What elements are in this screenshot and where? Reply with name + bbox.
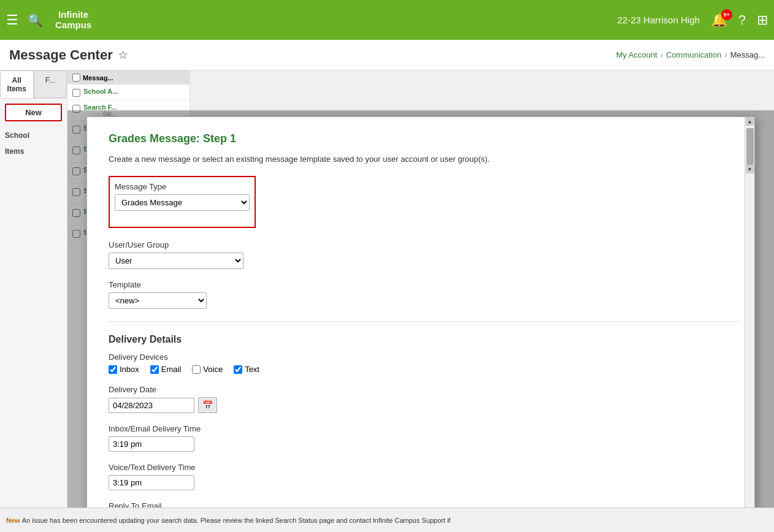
notification-badge: 9+ (721, 9, 732, 20)
modal-content: Grades Message: Step 1 Create a new mess… (87, 117, 754, 528)
template-label: Template (109, 280, 739, 289)
voice-text-time-input[interactable] (109, 475, 194, 490)
scroll-up-button[interactable]: ▲ (746, 117, 754, 126)
scroll-down-button[interactable]: ▼ (746, 165, 754, 173)
device-text-label: Text (245, 365, 259, 374)
message-list-title: Messag... (83, 74, 113, 82)
delivery-date-row: 📅 (109, 397, 739, 413)
apps-grid-icon[interactable]: ⊞ (757, 12, 768, 28)
device-email-item[interactable]: Email (150, 365, 182, 374)
delivery-devices-checkboxes: Inbox Email Voice (109, 365, 739, 374)
delivery-date-label: Delivery Date (109, 385, 739, 394)
delivery-date-input[interactable] (109, 398, 194, 413)
breadcrumb-sep-2: › (724, 50, 727, 59)
breadcrumb-sep-1: › (661, 50, 663, 59)
help-icon[interactable]: ? (738, 12, 746, 28)
page-title-text: Message Center (9, 47, 113, 63)
device-voice-label: Voice (203, 365, 223, 374)
school-label: School (0, 126, 67, 142)
page-title-area: Message Center ☆ (9, 47, 128, 63)
notification-bell[interactable]: 🔔 9+ (711, 12, 727, 28)
message-type-select[interactable]: Grades Message Standard Message Attendan… (115, 194, 250, 211)
items-label: Items (0, 142, 67, 158)
breadcrumb-communication[interactable]: Communication (666, 50, 721, 59)
modal: ▲ ▼ Grades Message: Step 1 Create a new … (86, 116, 755, 532)
device-inbox-item[interactable]: Inbox (109, 365, 139, 374)
sidebar: All Items F... New School Items (0, 70, 67, 532)
device-voice-checkbox[interactable] (192, 365, 201, 374)
breadcrumb-current: Messag... (730, 50, 765, 59)
tab-favorites[interactable]: F... (34, 70, 67, 98)
delivery-devices-group: Delivery Devices Inbox Email (109, 352, 739, 374)
message-type-label: Message Type (115, 182, 250, 191)
device-voice-item[interactable]: Voice (192, 365, 223, 374)
device-email-checkbox[interactable] (150, 365, 159, 374)
voice-text-time-label: Voice/Text Delivery Time (109, 463, 739, 472)
calendar-button[interactable]: 📅 (198, 397, 217, 413)
nav-search-icon[interactable]: 🔍 (28, 13, 43, 28)
user-group-label: User/User Group (109, 240, 739, 249)
modal-title: Grades Message: Step 1 (109, 132, 739, 145)
inbox-email-time-group: Inbox/Email Delivery Time (109, 424, 739, 452)
new-button[interactable]: New (5, 104, 62, 121)
modal-overlay: ▲ ▼ Grades Message: Step 1 Create a new … (67, 110, 774, 507)
msg-title: School A... (83, 88, 118, 95)
msg-checkbox[interactable] (72, 89, 80, 97)
device-text-checkbox[interactable] (234, 365, 242, 374)
user-group-select[interactable]: User User Group (109, 253, 243, 269)
voice-text-time-group: Voice/Text Delivery Time (109, 463, 739, 490)
device-email-label: Email (161, 365, 182, 374)
template-select[interactable]: <new> (109, 292, 207, 309)
device-inbox-label: Inbox (120, 365, 139, 374)
main-layout: All Items F... New School Items Messag..… (0, 70, 774, 532)
bottom-bar: New An issue has been encountered updati… (0, 507, 774, 532)
inbox-email-time-input[interactable] (109, 436, 194, 452)
delivery-details-title: Delivery Details (109, 334, 739, 345)
modal-description: Create a new message or select an existi… (109, 154, 739, 164)
device-inbox-checkbox[interactable] (109, 365, 117, 374)
user-group-field: User/User Group User User Group (109, 240, 739, 269)
device-text-item[interactable]: Text (234, 365, 259, 374)
message-list-header: Messag... (67, 70, 190, 85)
select-all-checkbox[interactable] (72, 74, 80, 82)
section-divider (109, 321, 739, 322)
sidebar-btn-area: New (0, 99, 67, 126)
modal-scrollbar: ▲ ▼ (745, 117, 754, 532)
school-name: 22-23 Harrison High (618, 15, 700, 25)
page-header: Message Center ☆ My Account › Communicat… (0, 40, 774, 70)
message-type-group: Message Type Grades Message Standard Mes… (115, 182, 250, 211)
favorite-star-icon[interactable]: ☆ (118, 48, 128, 62)
sidebar-tabs: All Items F... (0, 70, 67, 99)
breadcrumb: My Account › Communication › Messag... (616, 50, 765, 59)
logo[interactable]: Infinite Campus (55, 10, 91, 30)
bottom-bar-warning-label: New (6, 517, 20, 524)
hamburger-icon[interactable]: ☰ (6, 12, 18, 28)
delivery-date-group: Delivery Date 📅 (109, 385, 739, 413)
logo-line1: Infinite (58, 10, 88, 20)
breadcrumb-my-account[interactable]: My Account (616, 50, 657, 59)
tab-all-items[interactable]: All Items (0, 70, 34, 98)
nav-right: 22-23 Harrison High 🔔 9+ ? ⊞ (618, 12, 768, 28)
inbox-email-time-label: Inbox/Email Delivery Time (109, 424, 739, 433)
msg-content: School A... (83, 88, 118, 95)
delivery-devices-label: Delivery Devices (109, 352, 739, 362)
scroll-thumb[interactable] (746, 128, 754, 165)
content-area: Messag... School A... Search F... 04/...… (67, 70, 774, 532)
list-item[interactable]: School A... (67, 85, 190, 101)
top-nav: ☰ 🔍 Infinite Campus 22-23 Harrison High … (0, 0, 774, 40)
template-field: Template <new> (109, 280, 739, 309)
bottom-bar-message: An issue has been encountered updating y… (22, 517, 451, 524)
nav-left: ☰ 🔍 Infinite Campus (6, 10, 91, 30)
message-type-highlighted-box: Message Type Grades Message Standard Mes… (109, 176, 256, 228)
logo-line2: Campus (55, 20, 91, 31)
